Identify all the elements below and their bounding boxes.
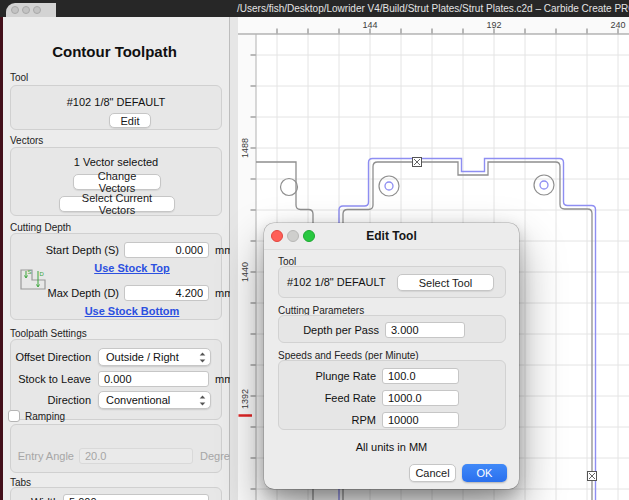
panel-splitter[interactable] [230,17,238,500]
select-tool-button[interactable]: Select Tool [397,274,494,291]
rpm-input[interactable] [382,412,459,428]
offset-direction-select[interactable]: Outside / Right [98,348,211,366]
dialog-title: Edit Tool [264,223,519,249]
ramping-checkbox[interactable] [8,410,20,422]
use-stock-bottom-link[interactable]: Use Stock Bottom [51,305,213,317]
ruler-label-left: 1440 [240,262,250,282]
speeds-feeds-group: Plunge Rate Feed Rate RPM [278,360,506,430]
desktop-edge [0,17,3,500]
ruler-label-top: 240 [610,20,625,30]
dialog-titlebar[interactable]: Edit Tool [264,223,519,250]
depth-per-pass-input[interactable] [385,322,465,338]
toolpath-settings-group: Offset Direction Outside / Right Stock t… [10,339,222,420]
change-vectors-button[interactable]: Change Vectors [73,174,161,190]
entry-angle-input[interactable] [79,448,193,464]
tool-group: #102 1/8" DEFAULT Edit [10,85,222,130]
direction-select[interactable]: Conventional [98,391,211,409]
app-window: /Users/fish/Desktop/Lowrider V4/Build/St… [0,0,629,500]
page-title: Contour Toolpath [0,43,229,60]
tool-name: #102 1/8" DEFAULT [11,96,221,108]
stock-to-leave-input[interactable] [98,371,209,387]
hole-toolpath-circle[interactable] [540,181,548,189]
vectors-group: 1 Vector selected Change Vectors Select … [10,147,222,216]
plunge-rate-input[interactable] [382,368,459,384]
start-depth-input[interactable] [124,242,209,258]
rpm-label: RPM [279,414,376,426]
hole-circle[interactable] [534,175,554,195]
dialog-tool-name: #102 1/8" DEFAULT [287,276,385,288]
toolpath-settings-section-label: Toolpath Settings [10,328,87,339]
tab-width-input[interactable] [63,494,209,500]
cutting-depth-group: Start Depth (S) mm Use Stock Top S D Max… [10,233,222,320]
window-title: /Users/fish/Desktop/Lowrider V4/Build/St… [237,3,629,14]
feed-rate-label: Feed Rate [279,392,376,404]
window-titlebar: /Users/fish/Desktop/Lowrider V4/Build/St… [0,0,629,17]
max-depth-label: Max Depth (D) [11,287,119,299]
units-note: All units in MM [264,441,519,453]
svg-text:D: D [40,271,45,277]
close-window-icon[interactable] [11,6,19,14]
ruler-label-left: 1392 [240,389,250,409]
window-controls [6,3,56,17]
stock-to-leave-label: Stock to Leave [11,373,91,385]
cancel-button[interactable]: Cancel [409,464,456,482]
edit-tool-button[interactable]: Edit [109,113,151,128]
ruler-label-top: 144 [362,20,377,30]
tab-width-label: Width [11,496,59,500]
minimize-window-icon[interactable] [22,6,30,14]
depth-per-pass-label: Depth per Pass [279,324,379,336]
tabs-group: Width mm Height mm [10,487,222,500]
max-depth-input[interactable] [124,285,209,301]
ok-button[interactable]: OK [462,464,507,482]
select-current-vectors-button[interactable]: Select Current Vectors [59,196,175,212]
direction-label: Direction [11,394,91,406]
tool-section-label: Tool [10,72,28,83]
plunge-rate-label: Plunge Rate [279,370,376,382]
hole-circle[interactable] [281,179,298,196]
selection-marker-icon[interactable] [413,158,422,167]
hole-toolpath-circle[interactable] [385,182,393,190]
entry-angle-label: Entry Angle [11,450,74,462]
vectors-section-label: Vectors [10,135,43,146]
offset-direction-label: Offset Direction [11,351,91,363]
ramping-group: Entry Angle Degrees [10,424,222,473]
contour-toolpath-panel: Contour Toolpath Tool #102 1/8" DEFAULT … [0,17,230,500]
cutting-depth-section-label: Cutting Depth [10,222,71,233]
vector-selection-status: 1 Vector selected [11,156,221,168]
svg-text:S: S [28,269,32,275]
feed-rate-input[interactable] [382,390,459,406]
selection-marker-icon[interactable] [588,472,597,481]
start-depth-label: Start Depth (S) [11,244,119,256]
ruler-top [238,17,629,34]
ramping-section-label: Ramping [25,411,65,422]
use-stock-top-link[interactable]: Use Stock Top [51,262,213,274]
zoom-window-icon[interactable] [33,6,41,14]
dialog-tool-group: #102 1/8" DEFAULT Select Tool [278,266,506,298]
ruler-label-left: 1488 [240,138,250,158]
chevron-up-down-icon [199,352,206,363]
edit-tool-dialog: Edit Tool Tool #102 1/8" DEFAULT Select … [264,223,519,489]
cutting-parameters-group: Depth per Pass [278,315,506,343]
chevron-up-down-icon [199,395,206,406]
ruler-label-top: 192 [486,20,501,30]
